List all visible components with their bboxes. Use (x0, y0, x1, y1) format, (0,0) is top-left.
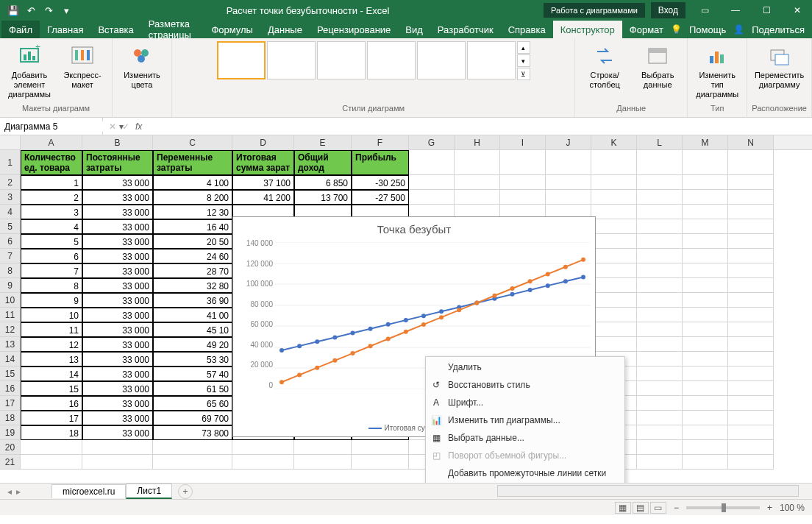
sheet-tab-2[interactable]: Лист1 (126, 484, 172, 499)
cell[interactable]: 20 50 (153, 234, 232, 249)
col-header-L[interactable]: L (637, 135, 683, 149)
cell[interactable] (591, 263, 637, 278)
cell[interactable]: 18 (21, 425, 82, 440)
row-header-3[interactable]: 3 (0, 190, 21, 205)
cell[interactable] (683, 219, 728, 234)
cell[interactable] (591, 190, 637, 205)
col-header-F[interactable]: F (352, 135, 409, 149)
cell[interactable] (683, 150, 728, 175)
chart-title[interactable]: Точка безубыт (233, 217, 595, 241)
cell[interactable] (21, 440, 82, 455)
cell[interactable]: 57 40 (153, 367, 232, 381)
cell[interactable] (728, 411, 774, 425)
cell[interactable] (82, 455, 153, 470)
cell[interactable]: 41 00 (153, 308, 232, 322)
cell[interactable] (728, 249, 774, 263)
cell[interactable] (728, 278, 774, 293)
cell[interactable] (591, 234, 637, 249)
cell[interactable] (294, 440, 352, 455)
header-cell[interactable]: Прибыль (352, 150, 409, 175)
cell[interactable] (637, 234, 683, 249)
tab-formulas[interactable]: Формулы (204, 21, 260, 38)
row-header-15[interactable]: 15 (0, 367, 21, 381)
cell[interactable]: 33 000 (82, 249, 153, 263)
cell[interactable] (728, 337, 774, 352)
cell[interactable] (637, 175, 683, 190)
ctx-delete[interactable]: Удалить (426, 358, 624, 376)
cell[interactable] (637, 278, 683, 293)
add-chart-element-button[interactable]: + Добавить элемент диаграммы (4, 41, 54, 103)
cell[interactable] (21, 455, 82, 470)
cell[interactable]: 33 000 (82, 381, 153, 396)
ctx-add-minor-gridlines[interactable]: Добавить промежуточные линии сетки (426, 464, 624, 482)
cell[interactable]: 17 (21, 411, 82, 425)
cell[interactable]: 33 000 (82, 219, 153, 234)
cell[interactable] (683, 278, 728, 293)
minimize-icon[interactable]: — (721, 0, 750, 21)
cell[interactable] (728, 293, 774, 308)
cell[interactable]: 13 700 (294, 190, 352, 205)
cell[interactable] (728, 234, 774, 249)
col-header-K[interactable]: K (591, 135, 637, 149)
maximize-icon[interactable]: ☐ (752, 0, 781, 21)
tell-me-icon[interactable]: 💡 (671, 21, 682, 38)
cell[interactable]: 33 000 (82, 337, 153, 352)
header-cell[interactable]: Количество ед. товара (21, 150, 82, 175)
cell[interactable]: 33 000 (82, 396, 153, 411)
zoom-slider[interactable] (686, 506, 760, 509)
cell[interactable] (683, 190, 728, 205)
cell[interactable] (683, 263, 728, 278)
undo-icon[interactable]: ↶ (25, 4, 37, 16)
gallery-up-icon[interactable]: ▴ (517, 41, 530, 54)
cell[interactable]: -27 500 (352, 190, 409, 205)
row-header-18[interactable]: 18 (0, 411, 21, 425)
cell[interactable]: 33 000 (82, 352, 153, 367)
cell[interactable] (500, 190, 546, 205)
col-header-C[interactable]: C (153, 135, 232, 149)
cell[interactable] (591, 308, 637, 322)
tab-view[interactable]: Вид (398, 21, 430, 38)
tab-page-layout[interactable]: Разметка страницы (141, 21, 204, 38)
cell[interactable]: 13 (21, 352, 82, 367)
tab-review[interactable]: Рецензирование (310, 21, 398, 38)
row-header-14[interactable]: 14 (0, 352, 21, 367)
zoom-out-icon[interactable]: − (674, 503, 679, 513)
cell[interactable] (683, 308, 728, 322)
gallery-more-icon[interactable]: ⊻ (517, 68, 530, 80)
row-header-13[interactable]: 13 (0, 337, 21, 352)
cell[interactable]: 11 (21, 322, 82, 337)
cell[interactable] (683, 337, 728, 352)
cell[interactable] (637, 337, 683, 352)
redo-icon[interactable]: ↷ (43, 4, 54, 16)
view-page-break-icon[interactable]: ▭ (650, 502, 666, 514)
cell[interactable]: 33 000 (82, 205, 153, 219)
row-header-5[interactable]: 5 (0, 219, 21, 234)
cell[interactable]: 4 100 (153, 175, 232, 190)
cell[interactable]: 15 (21, 381, 82, 396)
zoom-level[interactable]: 100 % (780, 503, 805, 513)
row-header-8[interactable]: 8 (0, 263, 21, 278)
cell[interactable] (683, 381, 728, 396)
change-chart-type-button[interactable]: Изменить тип диаграммы (692, 41, 742, 103)
cell[interactable] (232, 455, 294, 470)
cell[interactable] (546, 190, 591, 205)
cell[interactable] (352, 440, 409, 455)
cell[interactable]: 16 (21, 396, 82, 411)
col-header-E[interactable]: E (294, 135, 352, 149)
zoom-in-icon[interactable]: + (767, 503, 772, 513)
cell[interactable]: 2 (21, 190, 82, 205)
cell[interactable] (455, 175, 500, 190)
cell[interactable]: 33 000 (82, 234, 153, 249)
cell[interactable]: -30 250 (352, 175, 409, 190)
cell[interactable] (591, 205, 637, 219)
share-icon[interactable]: 👤 (733, 21, 744, 38)
chart-style-4[interactable] (367, 41, 416, 79)
chart-style-2[interactable] (267, 41, 316, 79)
tab-file[interactable]: Файл (1, 21, 40, 38)
cell[interactable] (546, 175, 591, 190)
tab-assist[interactable]: Помощь (682, 21, 733, 38)
ctx-change-chart-type[interactable]: 📊Изменить тип диаграммы... (426, 411, 624, 429)
ctx-reset-style[interactable]: ↺Восстановить стиль (426, 376, 624, 394)
col-header-J[interactable]: J (546, 135, 591, 149)
cell[interactable] (637, 293, 683, 308)
